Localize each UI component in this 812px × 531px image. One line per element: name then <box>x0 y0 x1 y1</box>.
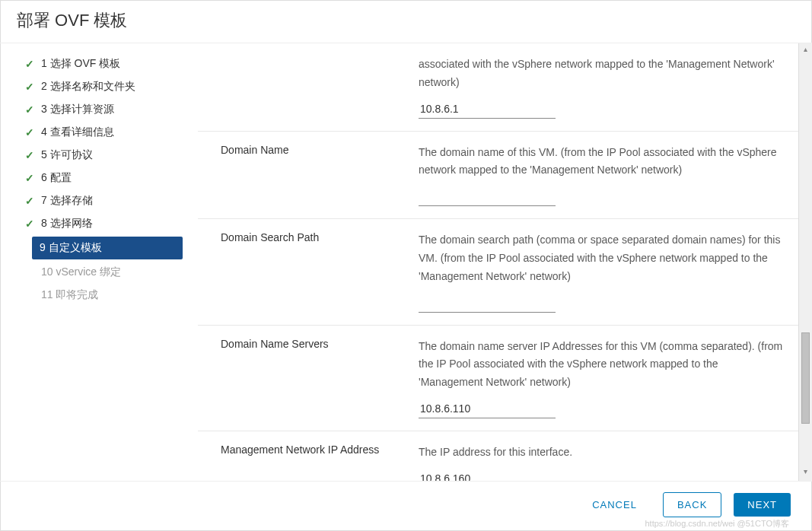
wizard-step-9[interactable]: 9 自定义模板 <box>32 237 183 259</box>
scroll-down-arrow-icon[interactable]: ▾ <box>799 467 812 479</box>
desc-mgmt-ip: The IP address for this interface. <box>419 444 783 462</box>
step-label: 5 许可协议 <box>41 148 93 162</box>
step-label: 4 查看详细信息 <box>41 126 114 139</box>
check-icon: ✓ <box>24 81 35 93</box>
wizard-step-2[interactable]: ✓2 选择名称和文件夹 <box>20 77 183 97</box>
wizard-step-1[interactable]: ✓1 选择 OVF 模板 <box>20 54 183 74</box>
form-scroll-area[interactable]: associated with the vSphere network mapp… <box>198 43 798 481</box>
label-search-path: Domain Search Path <box>221 231 419 312</box>
step-label: 8 选择网络 <box>41 217 93 231</box>
label-dns: Domain Name Servers <box>221 338 419 418</box>
row-mgmt-ip: Management Network IP Address The IP add… <box>198 431 798 481</box>
desc-domain-name: The domain name of this VM. (from the IP… <box>419 144 783 180</box>
back-button[interactable]: BACK <box>663 492 721 517</box>
check-icon: ✓ <box>24 103 35 116</box>
input-domain-name[interactable] <box>419 187 556 206</box>
watermark: https://blog.csdn.net/wei @51CTO博客 <box>645 518 790 529</box>
cancel-button[interactable]: CANCEL <box>578 493 651 517</box>
input-gateway[interactable] <box>419 100 556 119</box>
row-search-path: Domain Search Path The domain search pat… <box>198 218 798 324</box>
row-domain-name: Domain Name The domain name of this VM. … <box>198 131 798 219</box>
dialog-body: ✓1 选择 OVF 模板✓2 选择名称和文件夹✓3 选择计算资源✓4 查看详细信… <box>0 43 812 481</box>
step-label: 6 配置 <box>41 171 72 185</box>
desc-dns: The domain name server IP Addresses for … <box>419 338 783 392</box>
dialog-footer: CANCEL BACK NEXT https://blog.csdn.net/w… <box>0 481 812 531</box>
label-domain-name: Domain Name <box>221 144 419 207</box>
check-icon: ✓ <box>24 172 35 184</box>
label-gateway <box>221 56 419 119</box>
wizard-step-5[interactable]: ✓5 许可协议 <box>20 145 183 165</box>
check-icon: ✓ <box>24 58 35 70</box>
wizard-step-6[interactable]: ✓6 配置 <box>20 168 183 188</box>
row-gateway: associated with the vSphere network mapp… <box>198 43 798 131</box>
check-icon: ✓ <box>24 149 35 161</box>
wizard-step-8[interactable]: ✓8 选择网络 <box>20 214 183 234</box>
scrollbar-thumb[interactable] <box>801 332 810 424</box>
wizard-steps-sidebar: ✓1 选择 OVF 模板✓2 选择名称和文件夹✓3 选择计算资源✓4 查看详细信… <box>0 43 198 481</box>
step-label: 3 选择计算资源 <box>41 103 114 116</box>
wizard-step-3[interactable]: ✓3 选择计算资源 <box>20 100 183 119</box>
input-search-path[interactable] <box>419 294 556 313</box>
scroll-up-arrow-icon[interactable]: ▴ <box>799 45 812 57</box>
content-area: associated with the vSphere network mapp… <box>198 43 812 481</box>
outer-scrollbar[interactable]: ▴ ▾ <box>798 43 812 481</box>
row-dns: Domain Name Servers The domain name serv… <box>198 325 798 431</box>
dialog-title: 部署 OVF 模板 <box>0 0 812 43</box>
wizard-step-7[interactable]: ✓7 选择存储 <box>20 191 183 211</box>
next-button[interactable]: NEXT <box>734 493 791 517</box>
step-label: 9 自定义模板 <box>40 241 102 255</box>
input-dns[interactable] <box>419 399 556 418</box>
step-label: 11 即将完成 <box>41 288 98 302</box>
step-label: 2 选择名称和文件夹 <box>41 80 135 94</box>
input-mgmt-ip[interactable] <box>419 469 556 481</box>
wizard-step-11: 11 即将完成 <box>20 285 183 305</box>
desc-search-path: The domain search path (comma or space s… <box>419 231 783 285</box>
ovf-deploy-dialog: 部署 OVF 模板 ✓1 选择 OVF 模板✓2 选择名称和文件夹✓3 选择计算… <box>0 0 812 531</box>
check-icon: ✓ <box>24 195 35 207</box>
step-label: 7 选择存储 <box>41 194 93 208</box>
step-label: 10 vService 绑定 <box>41 266 121 279</box>
label-mgmt-ip: Management Network IP Address <box>221 444 419 481</box>
check-icon: ✓ <box>24 218 35 230</box>
check-icon: ✓ <box>24 126 35 138</box>
desc-gateway: associated with the vSphere network mapp… <box>419 56 783 92</box>
step-label: 1 选择 OVF 模板 <box>41 57 120 71</box>
wizard-step-10: 10 vService 绑定 <box>20 262 183 282</box>
wizard-step-4[interactable]: ✓4 查看详细信息 <box>20 122 183 142</box>
